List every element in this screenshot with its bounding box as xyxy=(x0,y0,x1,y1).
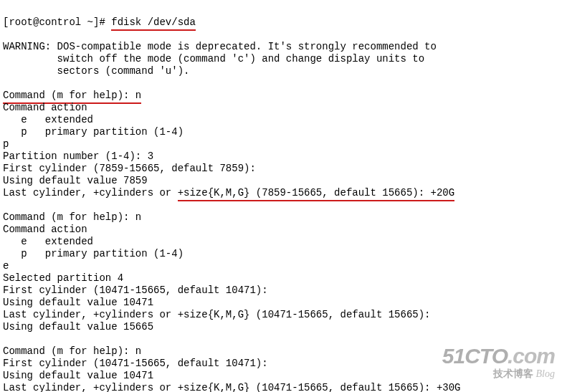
lc-a-size: +size{K,M,G} (7859-15665, default 15665)… xyxy=(178,187,454,201)
lc-a-prefix: Last cylinder, +cylinders or xyxy=(3,187,178,199)
using-default-d: Using default value 10471 xyxy=(3,370,153,381)
command-action-header-2: Command action xyxy=(3,224,87,235)
command-action-header: Command action xyxy=(3,102,87,113)
selection-p: p xyxy=(3,138,9,150)
action-primary-2: p primary partition (1-4) xyxy=(3,248,184,259)
shell-prompt: [root@control ~]# fdisk /dev/sda xyxy=(3,16,196,28)
action-extended: e extended xyxy=(3,114,93,125)
prompt-text: [root@control ~]# xyxy=(3,16,111,28)
warning-line-3: sectors (command 'u'). xyxy=(3,65,189,77)
action-extended-2: e extended xyxy=(3,236,93,247)
first-cylinder-a: First cylinder (7859-15665, default 7859… xyxy=(3,163,256,174)
selection-e: e xyxy=(3,260,9,272)
using-default-c: Using default value 15665 xyxy=(3,321,153,333)
lc-c-prefix: Last cylinder, +cylinders xyxy=(3,382,159,392)
selected-partition-4: Selected partition 4 xyxy=(3,272,123,284)
cmd-help-text: Command (m for help): xyxy=(3,90,135,101)
lc-c-size: or +size{K,M,G} (10471-15665, default 15… xyxy=(159,382,460,392)
first-cylinder-c: First cylinder (10471-15665, default 104… xyxy=(3,358,268,369)
partition-number: Partition number (1-4): 3 xyxy=(3,150,153,162)
using-default-a: Using default value 7859 xyxy=(3,175,148,186)
warning-line-1: WARNING: DOS-compatible mode is deprecat… xyxy=(3,41,437,52)
command-prompt-2: Command (m for help): n xyxy=(3,211,141,223)
terminal-output: [root@control ~]# fdisk /dev/sda WARNING… xyxy=(0,0,562,392)
last-cylinder-c: Last cylinder, +cylinders or +size{K,M,G… xyxy=(3,382,461,392)
last-cylinder-a: Last cylinder, +cylinders or +size{K,M,G… xyxy=(3,187,454,199)
first-cylinder-b: First cylinder (10471-15665, default 104… xyxy=(3,285,268,296)
command-prompt-1: Command (m for help): n xyxy=(3,90,141,101)
last-cylinder-b: Last cylinder, +cylinders or +size{K,M,G… xyxy=(3,309,431,320)
command-prompt-3: Command (m for help): n xyxy=(3,345,141,357)
action-primary: p primary partition (1-4) xyxy=(3,126,184,138)
warning-line-2: switch off the mode (command 'c') and ch… xyxy=(3,53,424,64)
command-text: fdisk /dev/sda xyxy=(111,16,196,31)
input-n-1: n xyxy=(135,90,141,101)
using-default-b: Using default value 10471 xyxy=(3,297,153,308)
